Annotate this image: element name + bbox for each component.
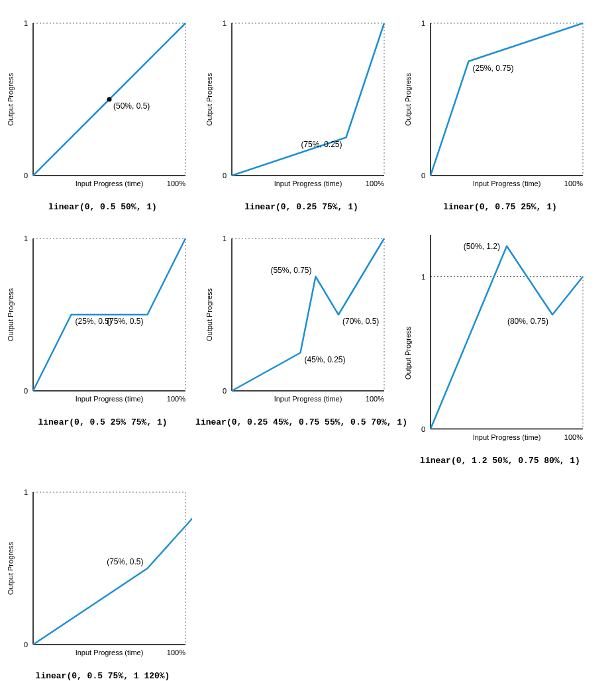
- chart-cell: (25%, 0.75) 1 0 100% Input Progress (tim…: [407, 10, 593, 212]
- x-tick-max: 100%: [366, 180, 384, 187]
- y-axis-label: Output Progress: [205, 288, 213, 341]
- data-line: [33, 492, 192, 645]
- x-tick-max: 100%: [167, 395, 185, 403]
- chart-caption: linear(0, 1.2 50%, 0.75 80%, 1): [420, 456, 580, 466]
- y-tick-max: 1: [24, 19, 28, 27]
- x-axis-label: Input Progress (time): [473, 433, 541, 441]
- chart-caption: linear(0, 0.5 75%, 1 120%): [36, 671, 170, 681]
- y-tick-max: 1: [24, 488, 28, 496]
- chart-plot: (75%, 0.25) 1 0 100% Input Progress (tim…: [212, 10, 391, 195]
- y-axis-label: Output Progress: [205, 73, 213, 126]
- chart-plot: (45%, 0.25)(55%, 0.75)(70%, 0.5) 1 0 100…: [212, 225, 391, 411]
- chart-cell: (75%, 0.25) 1 0 100% Input Progress (tim…: [209, 10, 394, 212]
- origin-label: 0: [421, 425, 425, 433]
- point-label: (50%, 0.5): [113, 101, 150, 111]
- point-label: (55%, 0.75): [270, 266, 311, 275]
- chart-plot: (25%, 0.5)(75%, 0.5) 1 0 100% Input Prog…: [13, 225, 192, 411]
- point-label: (80%, 0.75): [507, 317, 548, 326]
- data-line: [232, 23, 384, 176]
- chart-caption: linear(0, 0.5 25% 75%, 1): [38, 417, 167, 427]
- data-line: [232, 238, 384, 391]
- x-tick-max: 100%: [564, 433, 583, 441]
- origin-label: 0: [421, 172, 425, 180]
- chart-caption: linear(0, 0.25 45%, 0.75 55%, 0.5 70%, 1…: [195, 417, 407, 427]
- x-axis-label: Input Progress (time): [76, 649, 144, 656]
- chart-svg: (25%, 0.5)(75%, 0.5) 1 0 100% Input Prog…: [13, 225, 192, 411]
- y-tick-max: 1: [223, 19, 227, 27]
- y-tick-max: 1: [223, 235, 227, 242]
- chart-svg: (75%, 0.25) 1 0 100% Input Progress (tim…: [212, 10, 391, 195]
- chart-svg: (45%, 0.25)(55%, 0.75)(70%, 0.5) 1 0 100…: [212, 225, 391, 411]
- chart-caption: linear(0, 0.25 75%, 1): [244, 202, 358, 212]
- chart-plot: (50%, 1.2)(80%, 0.75) 1 0 100% Input Pro…: [411, 225, 590, 449]
- chart-caption: linear(0, 0.5 50%, 1): [48, 202, 157, 212]
- y-axis-label: Output Progress: [7, 73, 15, 126]
- chart-svg: (25%, 0.75) 1 0 100% Input Progress (tim…: [411, 10, 590, 195]
- y-axis-label: Output Progress: [404, 326, 412, 379]
- x-tick-max: 100%: [167, 180, 185, 187]
- chart-cell: (45%, 0.25)(55%, 0.75)(70%, 0.5) 1 0 100…: [209, 225, 394, 466]
- origin-label: 0: [24, 172, 28, 180]
- origin-label: 0: [223, 387, 227, 395]
- point-label: (75%, 0.5): [107, 557, 143, 566]
- point-label: (45%, 0.25): [305, 355, 346, 364]
- chart-plot: (25%, 0.75) 1 0 100% Input Progress (tim…: [411, 10, 590, 195]
- data-line: [431, 246, 583, 429]
- x-axis-label: Input Progress (time): [76, 395, 144, 403]
- chart-cell: (25%, 0.5)(75%, 0.5) 1 0 100% Input Prog…: [10, 225, 195, 466]
- chart-svg: (75%, 0.5) 1 0 100% Input Progress (time…: [13, 479, 192, 664]
- y-tick-max: 1: [24, 235, 28, 242]
- origin-label: 0: [24, 387, 28, 395]
- x-axis-label: Input Progress (time): [473, 180, 541, 187]
- y-axis-label: Output Progress: [404, 73, 412, 126]
- point-marker: [107, 97, 112, 102]
- chart-plot: (75%, 0.5) 1 0 100% Input Progress (time…: [13, 479, 192, 664]
- chart-svg: (50%, 1.2)(80%, 0.75) 1 0 100% Input Pro…: [411, 225, 590, 449]
- point-label: (75%, 0.25): [301, 140, 342, 149]
- chart-caption: linear(0, 0.75 25%, 1): [443, 202, 557, 212]
- data-line: [431, 23, 583, 176]
- x-axis-label: Input Progress (time): [274, 395, 342, 403]
- x-axis-label: Input Progress (time): [274, 180, 342, 187]
- chart-cell: (50%, 0.5) 1 0 100% Input Progress (time…: [10, 10, 195, 212]
- x-axis-label: Input Progress (time): [76, 180, 144, 187]
- origin-label: 0: [24, 641, 28, 649]
- data-line: [33, 238, 185, 391]
- point-label: (25%, 0.75): [473, 64, 514, 73]
- y-axis-label: Output Progress: [7, 288, 15, 341]
- point-label: (50%, 1.2): [464, 242, 500, 251]
- chart-cell: (75%, 0.5) 1 0 100% Input Progress (time…: [10, 479, 195, 681]
- y-tick-max: 1: [421, 273, 425, 281]
- y-axis-label: Output Progress: [7, 541, 15, 594]
- chart-svg: (50%, 0.5) 1 0 100% Input Progress (time…: [13, 10, 192, 195]
- point-label: (75%, 0.5): [107, 317, 143, 326]
- x-tick-max: 100%: [167, 649, 185, 656]
- chart-cell: (50%, 1.2)(80%, 0.75) 1 0 100% Input Pro…: [407, 225, 593, 466]
- x-tick-max: 100%: [366, 395, 384, 403]
- origin-label: 0: [223, 172, 227, 180]
- chart-plot: (50%, 0.5) 1 0 100% Input Progress (time…: [13, 10, 192, 195]
- x-tick-max: 100%: [564, 180, 583, 187]
- y-tick-max: 1: [421, 19, 425, 27]
- point-label: (70%, 0.5): [342, 317, 379, 326]
